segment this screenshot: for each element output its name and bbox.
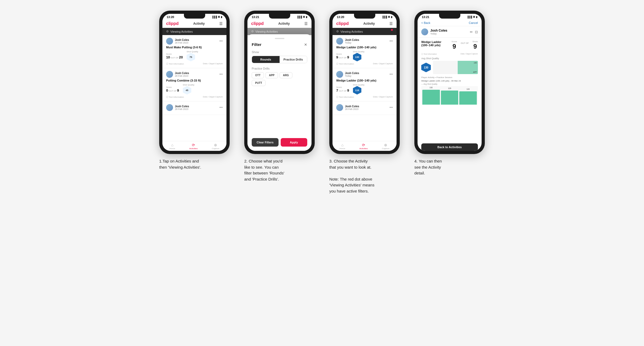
phone-1-viewing-bar[interactable]: ⚙ Viewing Activities	[162, 28, 226, 35]
nav-activities-3[interactable]: ⟳ Activities	[359, 143, 368, 150]
phone-3-status-icons: ▐▐▐ ⌘ ▮	[382, 16, 392, 18]
card-2-footer: ⓘ Test Information Data: Clippd Capture	[166, 96, 223, 99]
card-2-shots-num: 9	[177, 88, 179, 92]
phone-1-card-2[interactable]: Josh Coles 28 Feb 2023 ••• Putting Combi…	[162, 68, 226, 101]
card-1-header: Josh Coles 28 Feb 2023 •••	[166, 38, 223, 45]
card-1-title: Must Make Putting (3-6 ft)	[166, 46, 223, 49]
card-3-more-icon[interactable]: •••	[219, 106, 223, 109]
phone-4-test-info: ⓘ Test Information	[421, 53, 437, 55]
phone-2-app-header: clippd Activity ☰	[247, 20, 312, 28]
card-3-user-row: Josh Coles 28 Feb 2023	[166, 104, 189, 111]
phone-2-viewing-bar: ⚙ Viewing Activities	[247, 28, 312, 35]
phone-4-mini-chart: 140 APP	[433, 61, 478, 74]
phone-2-col: 13:21 ▐▐▐ ⌘ ▮ clippd Activity ☰ ⚙ View	[241, 11, 318, 182]
phone-4-shots-label: Shots	[473, 40, 478, 43]
nav-capture-3[interactable]: ⊕ Capture	[382, 143, 389, 150]
p3-c1-sq-label: Shot Quality	[353, 50, 365, 53]
phone-1-card-3[interactable]: Josh Coles 28 Feb 2023 •••	[162, 101, 226, 115]
phone-4-avg-sq-label: Avg Shot Quality	[421, 57, 478, 60]
clear-filters-button[interactable]: Clear Filters	[252, 138, 279, 147]
phone-3-card-1[interactable]: Josh Coles Today ••• Wedge Ladder (100–1…	[332, 35, 397, 68]
p3-c1-outof: OUT OF	[339, 57, 347, 59]
phone-3-card-3[interactable]: Josh Coles 28 Feb 2023 •••	[332, 101, 397, 115]
bar-1: 132	[422, 90, 440, 105]
phone-4-user-date: Today	[430, 32, 447, 35]
nav-home-1[interactable]: ⌂ Home	[170, 143, 175, 150]
phone-2-menu-icon[interactable]: ☰	[304, 22, 308, 26]
phone-3-menu-icon[interactable]: ☰	[389, 22, 393, 26]
filter-header: Filter ✕	[252, 42, 307, 47]
p3-card-2-more[interactable]: •••	[389, 72, 393, 76]
p3-card-2-title: Wedge Ladder (100–140 yds)	[336, 79, 393, 82]
p3-card-2-avatar	[336, 71, 343, 78]
phone-3-screen: 13:20 ▐▐▐ ⌘ ▮ clippd Activity ☰ ⚙ View	[332, 14, 397, 151]
phone-4-user-name: Josh Coles	[430, 29, 447, 32]
caption-4: 4. You can thensee the Activitydetail.	[414, 158, 485, 176]
card-2-score-label: Score	[166, 86, 179, 88]
drill-btn-app[interactable]: APP	[266, 72, 278, 78]
p3-c1-footer: ⓘ Test Information Data: Clippd Capture	[336, 62, 393, 65]
phone-3-notch	[354, 14, 375, 19]
phone-4-notch	[439, 14, 460, 19]
back-to-activities-button[interactable]: Back to Activities	[421, 143, 478, 151]
filter-icon-3: ⚙	[336, 30, 339, 33]
phone-3-card-2[interactable]: Josh Coles Today ••• Wedge Ladder (100–1…	[332, 68, 397, 101]
card-2-user-name: Josh Coles	[175, 72, 189, 75]
p3-c2-outof: OUT OF	[339, 90, 347, 92]
nav-home-3[interactable]: ⌂ Home	[340, 143, 345, 150]
p3-card-2-user-name: Josh Coles	[345, 72, 359, 75]
phone-4-user-row: Josh Coles Today ✏ ⊡	[418, 26, 482, 38]
mini-chart-label: APP	[473, 71, 477, 73]
card-1-stats: Score 10 OUT OF 20 Shot Quality 75	[166, 50, 223, 61]
phone-2-status-icons: ▐▐▐ ⌘ ▮	[297, 16, 307, 18]
back-button[interactable]: < Back	[421, 21, 430, 24]
p3-c2-score-num: 7	[336, 88, 338, 92]
phone-3-scroll: Josh Coles Today ••• Wedge Ladder (100–1…	[332, 35, 397, 141]
p3-card-3-avatar	[336, 104, 343, 111]
phone-1-menu-icon[interactable]: ☰	[219, 22, 223, 26]
signal-icon: ▐▐▐	[212, 16, 217, 18]
phone-1-card-1[interactable]: Josh Coles 28 Feb 2023 ••• Must Make Put…	[162, 35, 226, 68]
caption-2: 2. Choose what you'dlike to see. You can…	[244, 158, 315, 182]
battery-icon-4: ▮	[476, 16, 477, 18]
card-2-user-date: 28 Feb 2023	[175, 75, 189, 77]
nav-capture-1[interactable]: ⊕ Capture	[212, 143, 219, 150]
card-1-user-date: 28 Feb 2023	[175, 41, 189, 44]
nav-home-label-3: Home	[340, 147, 345, 150]
phone-3-viewing-bar[interactable]: ⚙ Viewing Activities	[332, 28, 397, 35]
phone-4-wedge-sublabel: --- Avg Shot Quality	[421, 83, 478, 85]
p3-card-3-user-info: Josh Coles 28 Feb 2023	[345, 105, 359, 110]
nav-activities-1[interactable]: ⟳ Activities	[189, 143, 198, 150]
phone-1-status-icons: ▐▐▐ ⌘ ▮	[212, 16, 222, 18]
edit-icon[interactable]: ✏	[470, 30, 473, 34]
signal-icon-4: ▐▐▐	[467, 16, 472, 18]
card-1-footer: ⓘ Test Information Data: Clippd Capture	[166, 62, 223, 65]
card-1-outof: OUT OF	[170, 57, 178, 59]
card-2-more-icon[interactable]: •••	[219, 72, 223, 76]
filter-toggle-rounds[interactable]: Rounds	[252, 56, 280, 63]
p3-card-2-user-date: Today	[345, 75, 359, 77]
card-1-user-info: Josh Coles 28 Feb 2023	[175, 39, 189, 44]
phone-4-top-row: Wedge Ladder (100–140 yds) Score 9 OUT O…	[421, 40, 478, 50]
p3-card-3-header: Josh Coles 28 Feb 2023 •••	[336, 104, 393, 111]
p3-card-1-avatar	[336, 38, 343, 45]
card-3-header: Josh Coles 28 Feb 2023 •••	[166, 104, 223, 111]
drill-btn-arg[interactable]: ARG	[280, 72, 292, 78]
expand-icon[interactable]: ⊡	[475, 30, 478, 34]
card-2-sq-hex: 45	[183, 86, 191, 95]
phone-4-frame: 13:21 ▐▐▐ ⌘ ▮ < Back Cancel Josh C	[414, 11, 485, 154]
card-2-user-row: Josh Coles 28 Feb 2023	[166, 71, 189, 78]
filter-drill-buttons: OTT APP ARG PUTT	[252, 72, 307, 86]
filter-close-icon[interactable]: ✕	[304, 42, 307, 47]
phone-3-red-dot	[391, 29, 393, 31]
card-1-more-icon[interactable]: •••	[219, 39, 223, 43]
drill-btn-putt[interactable]: PUTT	[252, 80, 266, 86]
cancel-button[interactable]: Cancel	[469, 21, 478, 24]
filter-toggle-row: Rounds Practice Drills	[252, 56, 307, 63]
p3-card-3-more[interactable]: •••	[389, 106, 393, 109]
p3-card-1-more[interactable]: •••	[389, 39, 393, 43]
phone-4-wedge-label: Wedge Ladder (100–140 yds) - 06 Mar 23	[421, 80, 478, 82]
drill-btn-ott[interactable]: OTT	[252, 72, 264, 78]
apply-filter-button[interactable]: Apply	[281, 138, 308, 147]
filter-toggle-practice[interactable]: Practice Drills	[280, 56, 307, 63]
